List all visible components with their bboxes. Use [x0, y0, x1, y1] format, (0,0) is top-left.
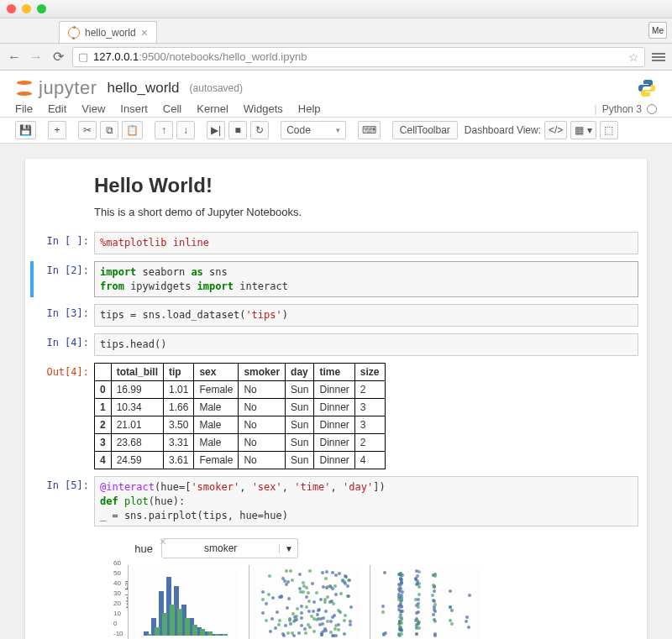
browser-tab[interactable]: hello_world × [59, 21, 157, 43]
cut-button[interactable]: ✂ [78, 121, 97, 139]
dashboard-grid-button[interactable]: ▦ ▾ [570, 121, 596, 139]
code-cell[interactable]: In [3]: tips = sns.load_dataset('tips') [34, 304, 638, 327]
restart-button[interactable]: ↻ [250, 121, 269, 139]
tab-title: hello_world [85, 27, 136, 39]
copy-icon: ⧉ [106, 124, 113, 136]
copy-button[interactable]: ⧉ [100, 121, 118, 139]
stop-icon: ■ [235, 124, 241, 136]
markdown-cell[interactable]: Hello World! This is a short demo of Jup… [34, 174, 638, 225]
dashboard-code-button[interactable]: </> [544, 121, 567, 139]
plus-icon: + [54, 124, 60, 136]
toolbar: 💾 + ✂ ⧉ 📋 ↑ ↓ ▶| ■ ↻ Code ⌨ CellToolbar … [0, 118, 672, 144]
input-prompt: In [ ]: [34, 232, 94, 254]
code-cell[interactable]: In [4]: tips.head() [34, 333, 638, 356]
dashboard-view-label: Dashboard View: [465, 124, 541, 136]
interrupt-button[interactable]: ■ [228, 121, 247, 139]
plot-hist-totalbill: total_bill -100102030405060 [128, 565, 237, 639]
celltoolbar-button[interactable]: CellToolbar [392, 121, 458, 139]
table-header: tip [164, 363, 194, 380]
forward-button[interactable]: → [29, 50, 44, 65]
plot-scatter-size [370, 565, 479, 639]
celltype-select[interactable]: Code [281, 121, 346, 139]
kernel-indicator[interactable]: | Python 3 [595, 102, 658, 115]
save-button[interactable]: 💾 [15, 121, 36, 139]
paste-button[interactable]: 📋 [122, 121, 143, 139]
browser-toolbar: ← → ⟳ ▢ 127.0.0.1:9500/notebooks/hello_w… [0, 44, 672, 71]
output-prompt: Out[4]: [34, 363, 94, 469]
jupyter-favicon-icon [68, 27, 80, 39]
chrome-menu-button[interactable] [652, 53, 665, 61]
widget-label: hue [119, 542, 153, 555]
code-input[interactable]: %matplotlib inline [94, 232, 638, 254]
insert-cell-button[interactable]: + [48, 121, 66, 139]
grid-icon: ▦ ▾ [575, 124, 591, 136]
code-input[interactable]: tips = sns.load_dataset('tips') [94, 304, 638, 327]
input-prompt: In [4]: [34, 333, 94, 356]
window-titlebar [0, 0, 672, 18]
clipboard-icon: 📋 [126, 124, 139, 136]
output-cell: × hue smoker ▼ total_bill -1001020304050… [34, 533, 638, 639]
menu-file[interactable]: File [15, 102, 33, 115]
menu-widgets[interactable]: Widgets [244, 102, 283, 115]
run-button[interactable]: ▶| [207, 121, 225, 139]
chevron-down-icon: ▼ [279, 544, 297, 553]
table-header [95, 363, 112, 380]
menu-cell[interactable]: Cell [163, 102, 181, 115]
output-cell: Out[4]: total_billtipsexsmokerdaytimesiz… [34, 363, 638, 469]
reload-button[interactable]: ⟳ [50, 50, 66, 65]
notebook-container: Hello World! This is a short demo of Jup… [25, 159, 647, 639]
code-cell[interactable]: In [ ]: %matplotlib inline [34, 232, 638, 254]
command-palette-button[interactable]: ⌨ [358, 121, 381, 139]
code-cell[interactable]: In [5]: @interact(hue=['smoker', 'sex', … [34, 476, 638, 526]
menu-help[interactable]: Help [298, 102, 321, 115]
move-down-button[interactable]: ↓ [176, 121, 195, 139]
jupyter-app: jupyter hello_world (autosaved) File Edi… [0, 71, 672, 639]
code-cell-selected[interactable]: In [2]: import seaborn as snsfrom ipywid… [30, 261, 638, 298]
menu-edit[interactable]: Edit [48, 102, 66, 115]
python-logo-icon [637, 78, 657, 98]
chrome-profile-button[interactable]: Me [648, 22, 667, 39]
code-input[interactable]: import seaborn as snsfrom ipywidgets imp… [94, 261, 638, 298]
move-up-button[interactable]: ↑ [155, 121, 173, 139]
dashboard-preview-button[interactable]: ⬚ [600, 121, 618, 139]
pairplot-output: total_bill -100102030405060 [94, 558, 638, 639]
notebook-name[interactable]: hello_world [108, 80, 180, 97]
table-header: time [314, 363, 354, 380]
notebook-header: jupyter hello_world (autosaved) [0, 71, 672, 101]
save-icon: 💾 [19, 124, 32, 136]
back-button[interactable]: ← [7, 50, 22, 65]
menu-view[interactable]: View [81, 102, 105, 115]
hue-dropdown[interactable]: smoker ▼ [161, 538, 298, 558]
close-tab-icon[interactable]: × [141, 26, 148, 39]
arrow-up-icon: ↑ [161, 124, 166, 136]
widget-close-icon[interactable]: × [160, 535, 166, 548]
dataframe-table: total_billtipsexsmokerdaytimesize 016.99… [94, 363, 386, 469]
interact-widget: hue smoker ▼ [94, 533, 638, 558]
step-forward-icon: ▶| [211, 124, 221, 136]
table-row: 323.683.31MaleNoSunDinner2 [95, 433, 386, 451]
table-header: day [286, 363, 314, 380]
arrow-down-icon: ↓ [183, 124, 188, 136]
code-input[interactable]: @interact(hue=['smoker', 'sex', 'time', … [94, 476, 638, 526]
address-bar[interactable]: ▢ 127.0.0.1:9500/notebooks/hello_world.i… [72, 47, 645, 67]
autosave-status: (autosaved) [190, 82, 243, 94]
input-prompt: In [3]: [34, 304, 94, 327]
bookmark-star-icon[interactable]: ☆ [628, 50, 639, 64]
code-input[interactable]: tips.head() [94, 333, 638, 356]
table-row: 016.991.01FemaleNoSunDinner2 [95, 380, 386, 398]
menubar: File Edit View Insert Cell Kernel Widget… [0, 101, 672, 118]
jupyter-logo[interactable]: jupyter [15, 77, 97, 99]
refresh-icon: ↻ [255, 124, 264, 136]
close-window-button[interactable] [7, 4, 16, 13]
menu-kernel[interactable]: Kernel [197, 102, 228, 115]
input-prompt: In [5]: [34, 476, 94, 526]
menu-insert[interactable]: Insert [120, 102, 148, 115]
table-header: size [354, 363, 385, 380]
site-info-icon[interactable]: ▢ [78, 50, 88, 63]
minimize-window-button[interactable] [22, 4, 31, 13]
table-row: 221.013.50MaleNoSunDinner3 [95, 416, 386, 433]
input-prompt: In [2]: [34, 261, 94, 298]
table-row: 424.593.61FemaleNoSunDinner4 [95, 451, 386, 469]
kernel-idle-icon [647, 104, 657, 114]
zoom-window-button[interactable] [37, 4, 46, 13]
